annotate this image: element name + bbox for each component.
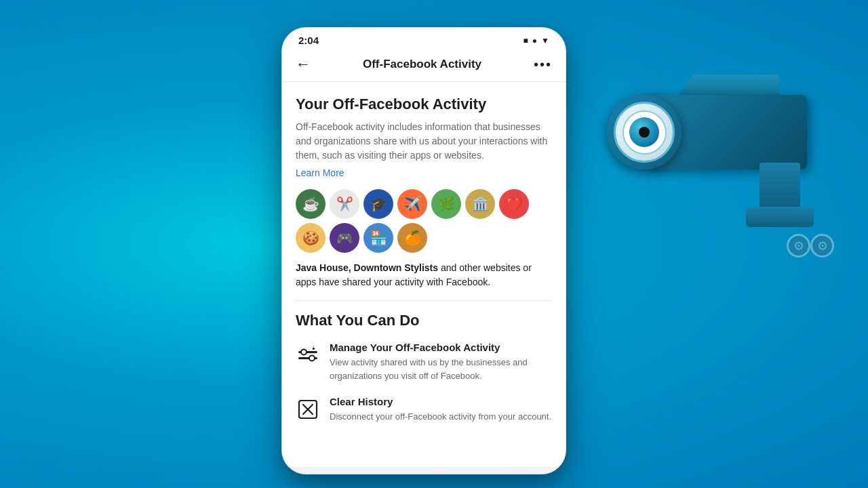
manage-activity-item[interactable]: Manage Your Off-Facebook Activity View a… — [296, 342, 552, 382]
app-icon-java-house: ☕ — [296, 189, 326, 219]
camera-lens-inner — [623, 110, 667, 155]
app-icon-game: 🎮 — [330, 223, 359, 253]
app-icon-cookie: 🍪 — [296, 223, 326, 253]
camera-iris — [629, 117, 659, 147]
manage-activity-icon — [296, 343, 320, 367]
manage-activity-desc: View activity shared with us by the busi… — [330, 356, 552, 382]
manage-activity-content: Manage Your Off-Facebook Activity View a… — [330, 342, 552, 382]
camera-body — [644, 95, 807, 169]
app-icon-heart: ❤️ — [499, 189, 529, 219]
camera-eye — [624, 112, 665, 152]
battery-icon: ▼ — [541, 36, 549, 45]
camera-decoration: ⚙ ⚙ — [570, 41, 827, 298]
clear-history-item[interactable]: Clear History Disconnect your off-Facebo… — [296, 396, 552, 424]
app-icons-row: ☕ ✂️ 🎓 ✈️ 🌿 🏛️ ❤️ 🍪 🎮 🏪 🍊 — [296, 189, 552, 253]
back-button[interactable]: ← — [296, 56, 311, 73]
main-heading: Your Off-Facebook Activity — [296, 96, 552, 113]
what-you-can-do-heading: What You Can Do — [296, 312, 552, 329]
svg-point-3 — [309, 356, 315, 361]
clear-history-content: Clear History Disconnect your off-Facebo… — [330, 396, 551, 424]
section-divider — [296, 300, 552, 301]
svg-point-4 — [313, 348, 315, 350]
app-icon-store: 🏪 — [363, 223, 393, 253]
status-time: 2:04 — [298, 35, 319, 46]
camera-base — [746, 207, 814, 227]
camera-mount — [760, 163, 800, 210]
app-icon-leaf: 🌿 — [431, 189, 461, 219]
app-icon-food: 🍊 — [397, 223, 427, 253]
clear-history-title: Clear History — [330, 396, 551, 407]
navigation-bar: ← Off-Facebook Activity ••• — [282, 50, 566, 82]
clear-history-icon — [296, 397, 320, 422]
clear-history-desc: Disconnect your off-Facebook activity fr… — [330, 410, 551, 424]
more-options-button[interactable]: ••• — [534, 57, 552, 73]
main-description: Off-Facebook activity includes informati… — [296, 120, 552, 163]
status-icons: ■ ● ▼ — [524, 36, 549, 45]
signal-icon: ■ — [524, 36, 528, 45]
activity-businesses: Java House, Downtown Stylists — [296, 262, 438, 273]
page-content: Your Off-Facebook Activity Off-Facebook … — [282, 82, 566, 467]
app-icon-building: 🏛️ — [465, 189, 495, 219]
activity-description: Java House, Downtown Stylists and other … — [296, 261, 552, 289]
app-icon-travel: ✈️ — [397, 189, 427, 219]
learn-more-link[interactable]: Learn More — [296, 167, 344, 178]
camera-lens-housing — [607, 95, 682, 169]
camera-gear-right-icon: ⚙ — [810, 234, 834, 258]
page-title: Off-Facebook Activity — [363, 58, 481, 71]
phone-mockup: 2:04 ■ ● ▼ ← Off-Facebook Activity ••• Y… — [281, 27, 566, 474]
app-icon-downtown-stylists: ✂️ — [330, 189, 359, 219]
camera-pupil — [639, 127, 650, 138]
status-bar: 2:04 ■ ● ▼ — [282, 28, 566, 50]
manage-activity-title: Manage Your Off-Facebook Activity — [330, 342, 552, 353]
camera-lens-outer — [614, 102, 675, 163]
svg-point-2 — [301, 350, 307, 355]
camera-gear-left-icon: ⚙ — [787, 234, 810, 258]
wifi-icon: ● — [532, 36, 537, 45]
app-icon-education: 🎓 — [363, 189, 393, 219]
